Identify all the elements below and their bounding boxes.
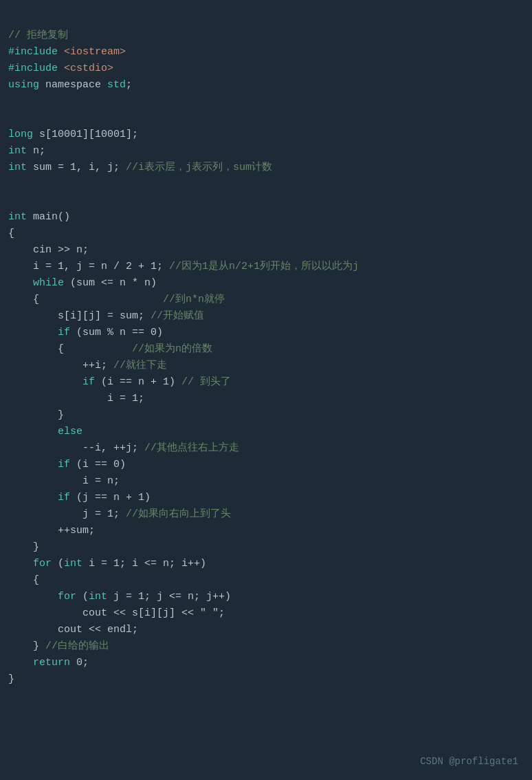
code-token: s[i][j] = sum; <box>8 310 151 322</box>
code-token <box>8 327 58 338</box>
code-token: i = 1, j = n / 2 + 1; <box>8 261 169 272</box>
code-line: { //如果为n的倍数 <box>8 341 524 358</box>
code-line: --i, ++j; //其他点往右上方走 <box>8 440 524 457</box>
code-token: i = 1; i <= n; i++) <box>82 558 206 570</box>
code-token: ; <box>126 79 132 91</box>
code-token: } <box>8 640 45 652</box>
code-token: (i == n + 1) <box>95 376 181 388</box>
code-line: i = 1, j = n / 2 + 1; //因为1是从n/2+1列开始，所以… <box>8 259 524 275</box>
code-token <box>8 426 58 437</box>
code-token: //开始赋值 <box>151 310 204 322</box>
code-line: i = 1; <box>8 391 524 407</box>
code-token: n; <box>27 145 45 157</box>
code-token: int <box>8 211 27 223</box>
code-token: int <box>89 591 107 603</box>
code-token: //白给的输出 <box>45 640 109 652</box>
code-line: } <box>8 407 524 424</box>
code-line: if (i == n + 1) // 到头了 <box>8 374 524 391</box>
code-line: #include <iostream> <box>8 44 524 61</box>
code-line <box>8 193 524 209</box>
code-line: cout << s[i][j] << " "; <box>8 605 524 622</box>
code-token: int <box>8 145 27 157</box>
code-line: s[i][j] = sum; //开始赋值 <box>8 308 524 325</box>
code-token: if <box>58 459 70 470</box>
code-token: sum = 1, i, j; <box>27 162 126 173</box>
code-token: { <box>8 294 163 305</box>
code-line: } <box>8 671 524 688</box>
code-line: } //白给的输出 <box>8 638 524 655</box>
code-token <box>58 46 64 58</box>
code-token <box>58 63 64 74</box>
code-token: if <box>58 327 70 338</box>
code-token: for <box>33 558 52 570</box>
code-line: if (sum % n == 0) <box>8 325 524 341</box>
code-line: { <box>8 572 524 589</box>
code-token: i = 1; <box>8 393 144 404</box>
code-token: cout << s[i][j] << " "; <box>8 607 225 619</box>
code-line: using namespace std; <box>8 77 524 94</box>
code-token: main() <box>27 211 70 223</box>
code-token: (sum % n == 0) <box>70 327 163 338</box>
code-token <box>8 277 33 289</box>
code-line: i = n; <box>8 473 524 490</box>
code-line: cin >> n; <box>8 242 524 259</box>
code-token: //就往下走 <box>113 360 167 371</box>
code-token: std <box>107 79 126 91</box>
code-line: // 拒绝复制 <box>8 28 524 44</box>
code-line: ++i; //就往下走 <box>8 358 524 374</box>
footer-attribution: CSDN @profligate1 <box>420 754 518 769</box>
code-token: //因为1是从n/2+1列开始，所以以此为j <box>169 261 359 272</box>
code-token: using <box>8 79 39 91</box>
code-line: for (int j = 1; j <= n; j++) <box>8 589 524 605</box>
code-token: (i == 0) <box>70 459 126 470</box>
code-line: int main() <box>8 209 524 226</box>
code-line: else <box>8 424 524 440</box>
code-line: { <box>8 226 524 242</box>
code-token: ++sum; <box>8 525 95 537</box>
code-line: cout << endl; <box>8 622 524 638</box>
code-token: i = n; <box>8 475 120 487</box>
code-token: //如果向右向上到了头 <box>126 508 231 520</box>
code-token: #include <box>8 63 58 74</box>
code-editor: // 拒绝复制#include <iostream>#include <cstd… <box>8 11 524 688</box>
code-token: while <box>33 277 64 289</box>
code-token: int <box>8 162 27 173</box>
code-line: while (sum <= n * n) <box>8 275 524 292</box>
code-token: j = 1; j <= n; j++) <box>107 591 231 603</box>
code-token: long <box>8 129 33 140</box>
code-token: 0; <box>70 657 89 669</box>
code-token: (sum <= n * n) <box>64 277 157 289</box>
code-token: //其他点往右上方走 <box>144 442 239 454</box>
code-token: } <box>8 673 14 685</box>
code-token: s[10001][10001]; <box>33 129 138 140</box>
code-line: if (i == 0) <box>8 457 524 473</box>
code-token: j = 1; <box>8 508 126 520</box>
code-token: if <box>82 376 95 388</box>
code-line: for (int i = 1; i <= n; i++) <box>8 556 524 572</box>
code-token: else <box>58 426 82 437</box>
code-token: { <box>8 574 39 586</box>
code-token <box>8 459 58 470</box>
code-token: if <box>58 492 70 503</box>
code-token: { <box>8 343 132 355</box>
code-token: { <box>8 228 14 239</box>
code-token: ( <box>52 558 64 570</box>
code-line: if (j == n + 1) <box>8 490 524 506</box>
code-token: cin >> n; <box>8 244 89 256</box>
code-token: (j == n + 1) <box>70 492 151 503</box>
code-line: return 0; <box>8 655 524 671</box>
code-token: int <box>64 558 82 570</box>
code-token <box>8 492 58 503</box>
code-token: //到n*n就停 <box>163 294 225 305</box>
code-line <box>8 94 524 110</box>
code-token <box>8 558 33 570</box>
code-token: //如果为n的倍数 <box>132 343 212 355</box>
code-token: } <box>8 541 39 553</box>
code-token: for <box>58 591 76 603</box>
code-token: return <box>33 657 70 669</box>
code-token: #include <box>8 46 58 58</box>
code-token <box>8 591 58 603</box>
code-line: j = 1; //如果向右向上到了头 <box>8 506 524 523</box>
code-token: <cstdio> <box>64 63 113 74</box>
code-line: long s[10001][10001]; <box>8 127 524 143</box>
